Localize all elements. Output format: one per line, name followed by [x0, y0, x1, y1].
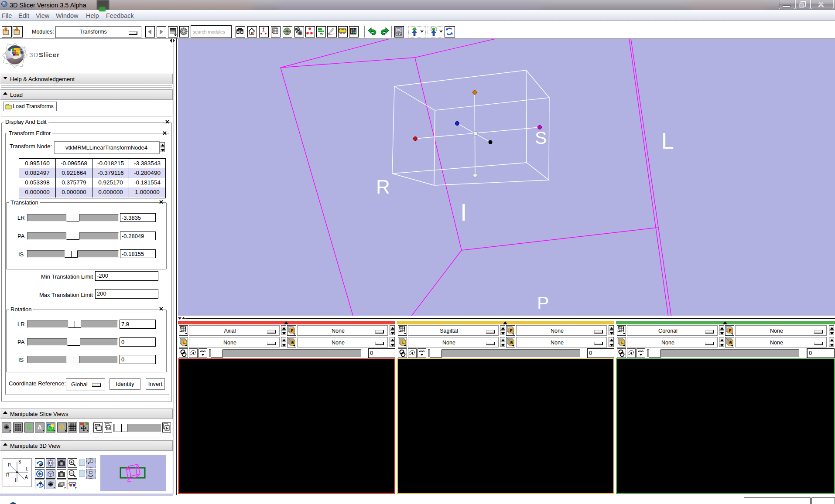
- svg-text:A: A: [25, 475, 28, 480]
- svg-text:P: P: [8, 463, 11, 467]
- svg-text:P: P: [537, 293, 549, 313]
- svg-text:L: L: [26, 467, 28, 471]
- svg-text:B: B: [291, 341, 294, 345]
- svg-text:L: L: [661, 128, 674, 153]
- svg-text:I: I: [460, 198, 467, 226]
- svg-text:R: R: [376, 176, 390, 198]
- svg-text:B: B: [729, 341, 732, 345]
- svg-text:R: R: [6, 473, 9, 477]
- svg-text:F: F: [729, 328, 732, 333]
- svg-text:B: B: [107, 426, 110, 430]
- svg-text:F: F: [166, 426, 169, 430]
- svg-text:L: L: [621, 341, 624, 345]
- svg-text:L: L: [402, 341, 405, 345]
- svg-text:I: I: [15, 478, 16, 483]
- svg-text:S: S: [18, 460, 21, 464]
- svg-text:B: B: [510, 341, 513, 345]
- svg-text:F: F: [510, 328, 513, 333]
- svg-text:L: L: [183, 341, 186, 345]
- svg-text:F: F: [291, 328, 294, 333]
- svg-text:S: S: [535, 128, 547, 148]
